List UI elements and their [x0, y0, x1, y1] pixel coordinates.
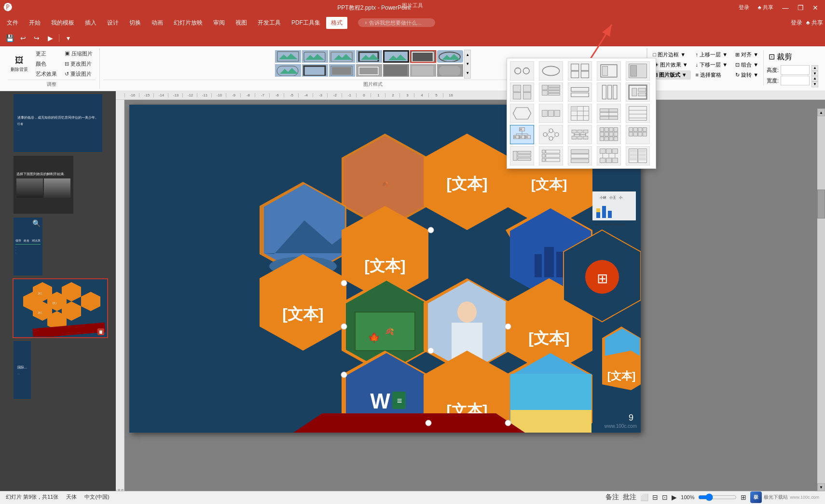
group-btn[interactable]: ⊡ 组合 ▼ — [732, 60, 761, 69]
share-header-btn[interactable]: ♣ 共享 — [806, 19, 823, 27]
width-spinner[interactable]: ▲ ▼ — [811, 76, 818, 85]
menu-template[interactable]: 我的模板 — [46, 17, 79, 29]
width-down-btn[interactable]: ▼ — [811, 82, 818, 87]
sa-item-list-cols2[interactable] — [626, 146, 650, 165]
close-btn[interactable]: ✕ — [810, 3, 821, 13]
view-slide-btn[interactable]: ⊟ — [652, 493, 658, 501]
crop-btn[interactable]: ⊡ 裁剪 — [767, 50, 818, 64]
sa-item-penta[interactable] — [510, 104, 534, 123]
slide-thumb-7[interactable]: 选择下面图列效应的解刚开始满. — [13, 155, 74, 215]
sa-item-list-icons[interactable] — [539, 146, 563, 165]
sa-item-rect-outline[interactable] — [597, 61, 621, 81]
save-btn[interactable]: 💾 — [4, 32, 15, 44]
height-spinner[interactable]: ▲ ▼ — [811, 65, 818, 75]
rotate-btn[interactable]: ↻ 旋转 ▼ — [732, 70, 761, 80]
slide-thumb-10[interactable]: 国际... ... — [13, 340, 32, 400]
comments-btn[interactable]: 批注 — [623, 493, 636, 502]
scroll-thumb[interactable] — [817, 190, 825, 218]
styles-dropdown-btn[interactable]: ▲ ▼ ▼ — [464, 50, 471, 79]
more-btn[interactable]: ▾ — [62, 32, 74, 44]
img-style-5[interactable] — [383, 50, 409, 63]
send-back-btn[interactable]: ↓ 下移一层 ▼ — [693, 60, 731, 69]
slide-thumb-9[interactable]: [文] [文] [文] 📋 — [13, 278, 108, 338]
img-style-14[interactable] — [437, 64, 463, 77]
login-header-btn[interactable]: 登录 — [791, 19, 802, 27]
img-style-7[interactable] — [437, 50, 463, 63]
menu-pdf[interactable]: PDF工具集 — [287, 17, 325, 29]
zoom-slider[interactable] — [698, 494, 737, 501]
minimize-btn[interactable]: — — [779, 3, 792, 13]
color-btn[interactable]: 颜色 — [33, 59, 60, 68]
notes-btn[interactable]: 备注 — [605, 493, 619, 502]
img-style-3[interactable] — [329, 50, 355, 63]
sa-item-table4[interactable] — [597, 104, 621, 123]
height-up-btn[interactable]: ▲ — [811, 65, 818, 71]
change-img-btn[interactable]: ⊟ 更改图片 — [62, 59, 96, 68]
sa-item-nodes[interactable] — [539, 125, 563, 144]
search-input[interactable] — [358, 18, 435, 27]
menu-file[interactable]: 文件 — [2, 17, 23, 29]
compress-btn[interactable]: ▣ 压缩图片 — [62, 49, 96, 58]
reset-img-btn[interactable]: ↺ 重设图片 — [62, 69, 96, 79]
select-pane-btn[interactable]: ≡ 选择窗格 — [693, 70, 731, 80]
sa-item-blocks-4[interactable] — [568, 61, 592, 81]
menu-insert[interactable]: 插入 — [80, 17, 101, 29]
undo-btn[interactable]: ↩ — [17, 32, 29, 44]
menu-format[interactable]: 格式 — [326, 17, 347, 29]
artistic-btn[interactable]: 艺术效果 — [33, 69, 60, 79]
bring-forward-btn[interactable]: ↑ 上移一层 ▼ — [693, 50, 731, 59]
sa-item-rect-gray[interactable] — [626, 61, 650, 81]
sa-item-list-h2[interactable] — [568, 146, 592, 165]
height-input[interactable] — [781, 65, 810, 75]
menu-review[interactable]: 审阅 — [208, 17, 230, 29]
sa-item-rect-frame[interactable] — [626, 82, 650, 102]
sa-item-org[interactable] — [510, 125, 534, 144]
sa-item-list-cols[interactable] — [597, 146, 621, 165]
width-input[interactable] — [781, 76, 810, 85]
sa-item-grid2x2[interactable] — [510, 82, 534, 102]
img-style-4[interactable] — [356, 50, 382, 63]
sa-item-circles[interactable] — [510, 61, 534, 81]
img-style-13[interactable] — [410, 64, 436, 77]
sa-item-grid-icons[interactable] — [597, 125, 621, 144]
corrections-btn[interactable]: 更正 — [33, 49, 60, 58]
slide-thumb-6[interactable]: 述事的低谷，成无知你的经历忆音同伴位的一美少年。 行者 ... — [13, 93, 103, 153]
restore-btn[interactable]: ❐ — [795, 3, 807, 13]
img-border-btn[interactable]: □ 图片边框 ▼ — [650, 50, 691, 59]
img-style-10[interactable] — [329, 64, 355, 77]
sa-item-tree[interactable] — [568, 125, 592, 144]
menu-design[interactable]: 设计 — [102, 17, 124, 29]
sa-item-list-h[interactable] — [510, 146, 534, 165]
menu-developer[interactable]: 开发工具 — [253, 17, 286, 29]
width-up-btn[interactable]: ▲ — [811, 76, 818, 82]
img-style-1[interactable] — [275, 50, 301, 63]
menu-slideshow[interactable]: 幻灯片放映 — [169, 17, 207, 29]
scroll-up-btn[interactable]: ▲ — [817, 109, 825, 116]
img-style-2[interactable] — [302, 50, 328, 63]
scroll-down-btn[interactable]: ▼ — [817, 483, 825, 491]
img-style-12[interactable] — [383, 64, 409, 77]
fit-btn[interactable]: ⊞ — [741, 493, 746, 501]
share-btn[interactable]: ♣ 共享 — [755, 3, 776, 13]
sa-item-grid-icons2[interactable] — [626, 125, 650, 144]
img-style-6[interactable] — [410, 50, 436, 63]
menu-transition[interactable]: 切换 — [124, 17, 146, 29]
sa-item-table3[interactable] — [568, 104, 592, 123]
remove-bg-btn[interactable]: 🖼 删除背景 — [8, 54, 31, 75]
login-btn[interactable]: 登录 — [736, 3, 752, 13]
menu-animation[interactable]: 动画 — [147, 17, 168, 29]
img-effect-btn[interactable]: ◈ 图片效果 ▼ — [650, 60, 691, 69]
view-normal-btn[interactable]: ⬜ — [640, 493, 648, 501]
sa-item-oval-h[interactable] — [539, 61, 563, 81]
sa-item-boxes-h[interactable] — [539, 104, 563, 123]
align-btn[interactable]: ⊞ 对齐 ▼ — [732, 50, 761, 59]
slide-thumb-8[interactable]: 领导 姓名 对比率 - - - 🔍 — [13, 217, 43, 276]
sa-item-stack-h[interactable] — [568, 82, 592, 102]
sa-item-grid-text[interactable] — [539, 82, 563, 102]
sa-item-table5[interactable] — [626, 104, 650, 123]
img-style-11[interactable] — [356, 64, 382, 77]
menu-view[interactable]: 视图 — [231, 17, 252, 29]
sa-item-stack-v[interactable] — [597, 82, 621, 102]
view-reading-btn[interactable]: ⊡ — [662, 493, 668, 501]
redo-btn[interactable]: ↪ — [31, 32, 42, 44]
